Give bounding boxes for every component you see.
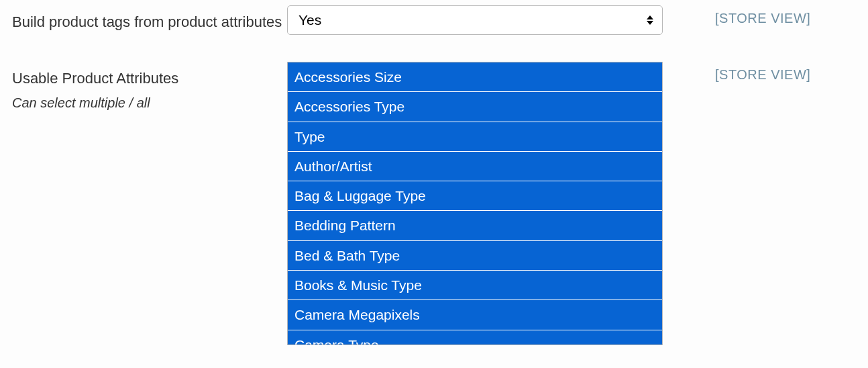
usable-attributes-label-col: Usable Product Attributes Can select mul… bbox=[12, 62, 287, 112]
build-tags-scope: [STORE VIEW] bbox=[715, 11, 810, 26]
build-tags-select[interactable]: Yes bbox=[287, 5, 663, 35]
multiselect-option[interactable]: Camera Megapixels bbox=[288, 300, 662, 330]
multiselect-option[interactable]: Bedding Pattern bbox=[288, 211, 662, 240]
multiselect-option[interactable]: Bag & Luggage Type bbox=[288, 181, 662, 211]
multiselect-option[interactable]: Camera Type bbox=[288, 330, 662, 345]
usable-attributes-field-col: Accessories Size Accessories Type Type A… bbox=[287, 62, 663, 345]
usable-attributes-hint: Can select multiple / all bbox=[12, 93, 287, 112]
usable-attributes-row: Usable Product Attributes Can select mul… bbox=[12, 62, 856, 345]
build-tags-field-col: Yes bbox=[287, 5, 663, 35]
multiselect-option[interactable]: Type bbox=[288, 122, 662, 152]
multiselect-option[interactable]: Books & Music Type bbox=[288, 271, 662, 300]
usable-attributes-scope: [STORE VIEW] bbox=[715, 67, 810, 82]
build-tags-scope-col: [STORE VIEW] bbox=[663, 5, 810, 26]
usable-attributes-scope-col: [STORE VIEW] bbox=[663, 62, 810, 83]
multiselect-option[interactable]: Bed & Bath Type bbox=[288, 241, 662, 271]
multiselect-option[interactable]: Accessories Type bbox=[288, 92, 662, 122]
usable-attributes-label: Usable Product Attributes bbox=[12, 67, 287, 89]
build-tags-label: Build product tags from product attribut… bbox=[12, 11, 287, 33]
usable-attributes-multiselect[interactable]: Accessories Size Accessories Type Type A… bbox=[287, 62, 663, 345]
build-tags-row: Build product tags from product attribut… bbox=[12, 5, 856, 35]
multiselect-option[interactable]: Author/Artist bbox=[288, 152, 662, 181]
build-tags-label-col: Build product tags from product attribut… bbox=[12, 5, 287, 33]
multiselect-option[interactable]: Accessories Size bbox=[288, 62, 662, 92]
build-tags-select-wrapper: Yes bbox=[287, 5, 663, 35]
